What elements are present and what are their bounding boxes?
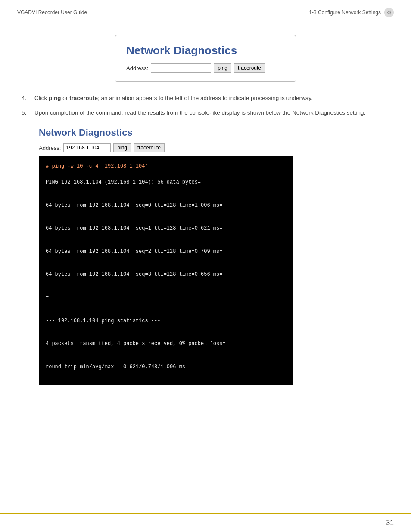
console-line <box>46 349 286 356</box>
gear-icon: ⚙ <box>384 8 394 17</box>
console-line <box>46 356 286 363</box>
widget-address-input[interactable] <box>151 63 211 73</box>
console-line <box>46 187 286 194</box>
console-line: 64 bytes from 192.168.1.104: seq=0 ttl=1… <box>46 201 286 211</box>
network-diagnostics-widget: Network Diagnostics Address: ping tracer… <box>115 35 296 82</box>
console-line: PING 192.168.1.104 (192.168.1.104): 56 d… <box>46 178 286 187</box>
widget-ping-button[interactable]: ping <box>214 63 231 73</box>
console-line <box>46 233 286 240</box>
console-line: = <box>46 293 286 303</box>
step-4-num: 4. <box>22 94 30 103</box>
console-line <box>46 280 286 286</box>
nd-section-address-label: Address: <box>39 145 61 151</box>
console-line <box>46 256 286 263</box>
nd-section-traceroute-button[interactable]: traceroute <box>134 143 165 152</box>
step-5-num: 5. <box>22 109 30 117</box>
console-line <box>46 372 286 379</box>
page-header: VGADVI Recorder User Guide 1-3 Configure… <box>0 0 411 22</box>
nd-section-address-row: Address: ping traceroute <box>22 143 389 152</box>
console-line <box>46 333 286 339</box>
console-line <box>46 171 286 178</box>
console-line <box>46 263 286 270</box>
page-footer: 31 <box>0 513 411 532</box>
step-5: 5. Upon completion of the command, read … <box>22 109 389 117</box>
console-box: # ping -w 10 -c 4 '192.168.1.104'PING 19… <box>39 156 293 385</box>
console-line: 64 bytes from 192.168.1.104: seq=1 ttl=1… <box>46 224 286 233</box>
console-line <box>46 326 286 333</box>
console-line: round-trip min/avg/max = 0.621/0.748/1.0… <box>46 363 286 372</box>
console-line <box>46 310 286 317</box>
console-line: 64 bytes from 192.168.1.104: seq=3 ttl=1… <box>46 270 286 280</box>
nd-section-title: Network Diagnostics <box>22 127 389 138</box>
console-line <box>46 240 286 247</box>
widget-address-row: Address: ping traceroute <box>126 63 285 73</box>
console-line <box>46 210 286 217</box>
nd-section-address-input[interactable] <box>63 143 111 152</box>
widget-traceroute-button[interactable]: traceroute <box>234 63 265 73</box>
step-list: 4. Click ping or traceroute; an animatio… <box>22 94 389 118</box>
console-line: 64 bytes from 192.168.1.104: seq=2 ttl=1… <box>46 247 286 257</box>
console-line <box>46 194 286 201</box>
console-line <box>46 286 286 293</box>
step-4-text: Click ping or traceroute; an animation a… <box>34 94 313 103</box>
step-5-text: Upon completion of the command, read the… <box>34 109 365 117</box>
page-number: 31 <box>386 519 394 527</box>
main-content: Network Diagnostics Address: ping tracer… <box>0 22 411 411</box>
console-line: 4 packets transmitted, 4 packets receive… <box>46 339 286 349</box>
nd-section-ping-button[interactable]: ping <box>113 143 131 152</box>
header-left-text: VGADVI Recorder User Guide <box>17 9 87 16</box>
widget-title: Network Diagnostics <box>126 44 285 57</box>
step-4: 4. Click ping or traceroute; an animatio… <box>22 94 389 103</box>
header-right: 1-3 Configure Network Settings ⚙ <box>309 8 394 17</box>
widget-address-label: Address: <box>126 65 148 72</box>
nd-section: Network Diagnostics Address: ping tracer… <box>22 127 389 385</box>
console-line <box>46 303 286 310</box>
console-line: --- 192.168.1.104 ping statistics ---= <box>46 317 286 326</box>
header-right-text: 1-3 Configure Network Settings <box>309 9 381 16</box>
traceroute-bold: traceroute <box>69 95 98 101</box>
console-line: # ping -w 10 -c 4 '192.168.1.104' <box>46 162 286 171</box>
ping-bold: ping <box>49 95 61 101</box>
console-line <box>46 217 286 224</box>
